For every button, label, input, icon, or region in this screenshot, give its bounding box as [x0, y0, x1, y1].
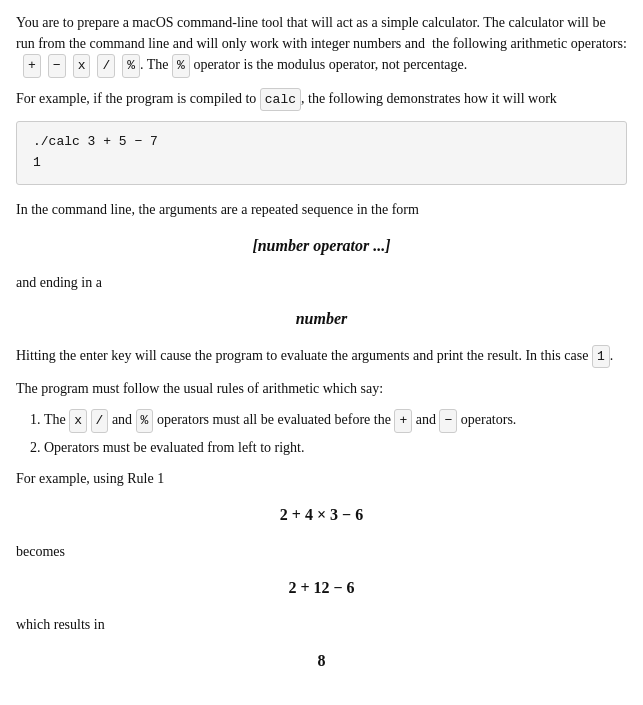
- rule1-op-plus: +: [394, 409, 412, 433]
- operator-times: x: [73, 54, 91, 78]
- formula-text: number operator ...: [258, 237, 386, 254]
- number-word: number: [296, 310, 348, 327]
- rules-intro: The program must follow the usual rules …: [16, 378, 627, 399]
- rule-1: The x / and % operators must all be eval…: [44, 409, 627, 433]
- rule1-op-x: x: [69, 409, 87, 433]
- center-number-label: number: [16, 307, 627, 331]
- rule1-op-mod: %: [136, 409, 154, 433]
- math-result: 8: [16, 649, 627, 673]
- operator-modulus-ref: %: [172, 54, 190, 78]
- center-sequence-formula: [number operator ...]: [16, 234, 627, 258]
- operator-divide: /: [97, 54, 115, 78]
- results-in-label: which results in: [16, 614, 627, 635]
- math-expression-2: 2 + 12 − 6: [16, 576, 627, 600]
- operator-modulus: %: [122, 54, 140, 78]
- intro-paragraph-1: You are to prepare a macOS command-line …: [16, 12, 627, 78]
- example-rule1-intro: For example, using Rule 1: [16, 468, 627, 489]
- code-line-1: ./calc 3 + 5 − 7: [33, 132, 610, 153]
- enter-key-description: Hitting the enter key will cause the pro…: [16, 345, 627, 369]
- result-inline-code: 1: [592, 345, 610, 369]
- prog-name-code: calc: [260, 88, 301, 112]
- intro-paragraph-2: For example, if the program is compiled …: [16, 88, 627, 112]
- rules-list: The x / and % operators must all be eval…: [44, 409, 627, 458]
- rule-2: Operators must be evaluated from left to…: [44, 437, 627, 458]
- operator-minus: −: [48, 54, 66, 78]
- math-expression-1: 2 + 4 × 3 − 6: [16, 503, 627, 527]
- sequence-intro: In the command line, the arguments are a…: [16, 199, 627, 220]
- becomes-label: becomes: [16, 541, 627, 562]
- rule1-op-div: /: [91, 409, 109, 433]
- code-line-2: 1: [33, 153, 610, 174]
- operator-plus: +: [23, 54, 41, 78]
- ending-intro: and ending in a: [16, 272, 627, 293]
- code-example-block: ./calc 3 + 5 − 7 1: [16, 121, 627, 185]
- rule1-op-minus: −: [439, 409, 457, 433]
